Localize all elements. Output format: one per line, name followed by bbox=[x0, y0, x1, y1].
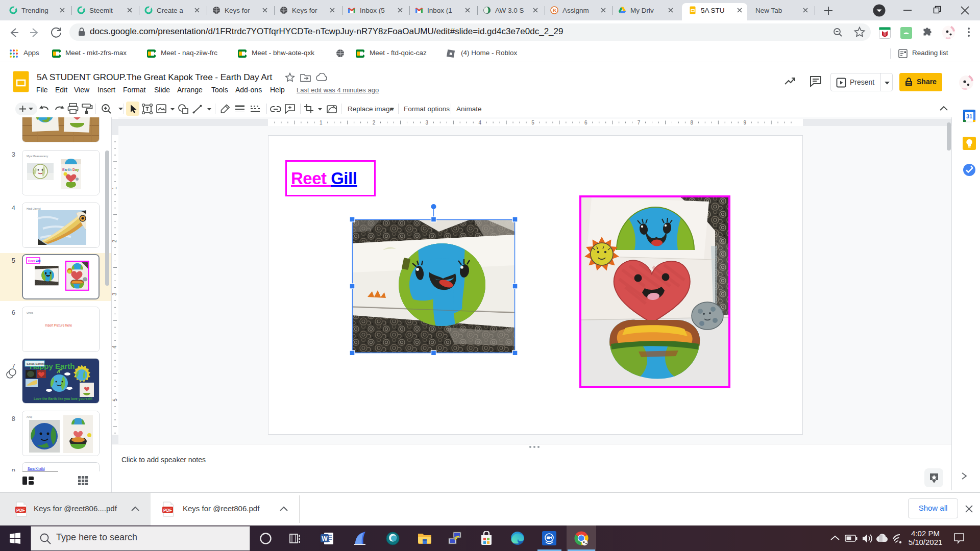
svg-text:1: 1 bbox=[320, 120, 323, 126]
svg-text:1: 1 bbox=[112, 187, 118, 190]
svg-text:Safaa Sahibid: Safaa Sahibid bbox=[27, 362, 45, 365]
svg-text:6: 6 bbox=[584, 120, 587, 126]
svg-text:W: W bbox=[322, 535, 328, 542]
svg-text:5: 5 bbox=[112, 398, 118, 402]
svg-text:Love the Earth like you love y: Love the Earth like you love yourself! bbox=[34, 397, 92, 401]
svg-text:PDF: PDF bbox=[16, 508, 25, 513]
svg-text:5: 5 bbox=[531, 120, 534, 126]
svg-text:31: 31 bbox=[966, 113, 972, 119]
svg-text:3: 3 bbox=[426, 120, 429, 126]
svg-text:Reet Gill: Reet Gill bbox=[28, 259, 41, 262]
svg-text:2: 2 bbox=[373, 120, 376, 126]
svg-text:Mya Maaasarany: Mya Maaasarany bbox=[27, 155, 48, 158]
svg-text:4: 4 bbox=[112, 345, 118, 348]
svg-text:9: 9 bbox=[743, 120, 746, 126]
svg-text:4: 4 bbox=[478, 120, 481, 126]
svg-text:B: B bbox=[552, 7, 556, 13]
svg-text:Sara Khalid: Sara Khalid bbox=[28, 467, 45, 470]
svg-text:3: 3 bbox=[112, 292, 118, 295]
svg-text:Urwa: Urwa bbox=[27, 311, 34, 314]
svg-text:Insert Picture here: Insert Picture here bbox=[45, 323, 72, 327]
svg-text:7: 7 bbox=[638, 120, 641, 126]
svg-text:PDF: PDF bbox=[163, 508, 172, 513]
svg-text:Hadi Javed: Hadi Javed bbox=[27, 207, 41, 210]
svg-text:Anuj: Anuj bbox=[27, 415, 32, 418]
svg-text:2: 2 bbox=[112, 239, 118, 242]
svg-text:8: 8 bbox=[691, 120, 694, 126]
svg-text:Earth Day: Earth Day bbox=[62, 168, 79, 172]
